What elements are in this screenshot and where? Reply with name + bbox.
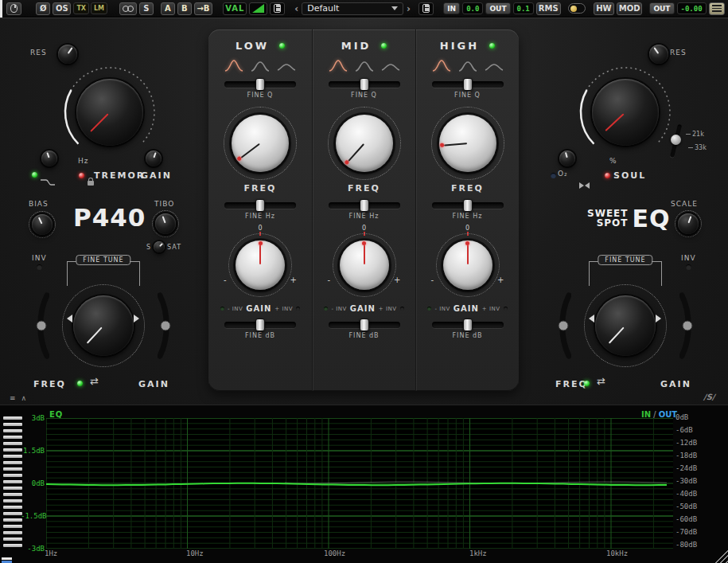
value-display-button[interactable]: VAL xyxy=(223,2,247,15)
resize-handle[interactable] xyxy=(712,547,728,563)
sat-switch[interactable] xyxy=(154,241,165,252)
input-gain-value[interactable]: 0.0 xyxy=(462,2,483,14)
band-label: LOW xyxy=(236,40,269,52)
meter-style-button[interactable] xyxy=(249,2,267,15)
bypass-knob-button[interactable] xyxy=(6,2,21,15)
bell-narrow-icon[interactable] xyxy=(329,59,348,72)
tx-lm-badges: TX LM xyxy=(73,2,107,14)
marker-left-icon xyxy=(67,315,72,323)
fine-tune-right-arc xyxy=(679,292,694,359)
solo-button[interactable]: S xyxy=(139,2,154,15)
res-right-knob[interactable] xyxy=(649,45,668,64)
val-label: VAL xyxy=(225,4,244,13)
fine-q-slider[interactable] xyxy=(224,81,296,88)
fine-db-slider[interactable] xyxy=(224,322,296,328)
swap-arrows-icon[interactable]: ⇄ xyxy=(90,375,99,387)
lm-badge[interactable]: LM xyxy=(91,2,107,14)
preset-prev-button[interactable]: ‹ xyxy=(294,3,299,14)
bias-knob[interactable] xyxy=(32,214,53,235)
fine-hz-slider[interactable] xyxy=(224,202,296,209)
slider-handle[interactable] xyxy=(463,78,473,91)
gain-knob[interactable] xyxy=(443,240,492,290)
tremor-gain-knob[interactable] xyxy=(146,151,162,166)
fine-db-slider[interactable] xyxy=(432,322,504,328)
stereo-link-button[interactable] xyxy=(119,2,137,15)
auto-out-value[interactable]: -0.00 xyxy=(677,2,707,14)
gain-knob[interactable] xyxy=(340,240,389,290)
tremor-mix-knob[interactable] xyxy=(41,151,57,166)
bell-wide-icon[interactable] xyxy=(277,59,296,72)
gain-minus-label: - xyxy=(224,276,227,284)
freq-knob-area xyxy=(222,105,298,182)
tremor-knob[interactable] xyxy=(76,79,143,146)
tremor-led xyxy=(32,172,37,178)
freq-knob[interactable] xyxy=(232,115,289,172)
bell-narrow-icon[interactable] xyxy=(432,59,451,72)
tx-badge[interactable]: TX xyxy=(73,2,89,14)
copy-to-b-button[interactable]: →B xyxy=(194,2,212,15)
res-left-knob[interactable] xyxy=(58,45,77,64)
slider-handle[interactable] xyxy=(463,199,473,212)
freq-gain-led xyxy=(584,381,590,386)
slider-handle[interactable] xyxy=(255,199,265,212)
swap-arrows-icon[interactable]: ⇄ xyxy=(597,375,605,387)
fine-db-slider[interactable] xyxy=(329,322,400,328)
bell-medium-icon[interactable] xyxy=(458,59,477,72)
slider-handle[interactable] xyxy=(360,319,369,331)
marker-right-icon xyxy=(656,315,661,323)
output-gain-value[interactable]: 0.1 xyxy=(513,2,534,14)
fine-hz-slider[interactable] xyxy=(329,202,400,209)
preset-selector[interactable]: Default xyxy=(302,2,403,15)
phase-button[interactable]: Ø xyxy=(36,2,50,15)
oversampling-button[interactable]: OS xyxy=(53,2,71,15)
floppy-icon xyxy=(422,4,430,13)
slider-handle[interactable] xyxy=(255,319,265,331)
save-preset-button[interactable] xyxy=(419,2,434,15)
slider-handle[interactable] xyxy=(463,319,473,331)
ab-a-button[interactable]: A xyxy=(161,2,175,15)
bell-medium-icon[interactable] xyxy=(355,59,374,72)
gain-label: GAIN xyxy=(246,304,271,313)
bell-medium-icon[interactable] xyxy=(251,59,270,72)
panel-collapse-icon[interactable]: ≡ ∧ xyxy=(10,394,28,402)
freq-knob[interactable] xyxy=(336,115,393,172)
o2-knob[interactable] xyxy=(559,151,575,166)
slider-handle[interactable] xyxy=(255,78,265,91)
freq-knob[interactable] xyxy=(439,115,496,172)
slider-handle[interactable] xyxy=(360,199,369,212)
slider-handle[interactable] xyxy=(360,78,369,91)
bell-narrow-icon[interactable] xyxy=(224,59,243,72)
hamburger-menu-button[interactable] xyxy=(709,2,725,15)
bell-wide-icon[interactable] xyxy=(381,59,400,72)
fine-tune-right-knob[interactable] xyxy=(595,295,656,356)
meter-mode-toggle[interactable] xyxy=(568,3,586,14)
gain-knob[interactable] xyxy=(236,240,285,290)
knob-pointer xyxy=(558,149,577,168)
auto-out-label: OUT xyxy=(649,2,674,14)
fine-hz-slider[interactable] xyxy=(432,202,504,209)
hi-limit-handle[interactable] xyxy=(671,135,681,145)
scale-knob[interactable] xyxy=(678,213,699,234)
tibo-knob[interactable] xyxy=(155,213,176,234)
freq-left-label: FREQ xyxy=(33,379,66,389)
bell-wide-icon[interactable] xyxy=(485,59,504,72)
bowtie-icon[interactable] xyxy=(579,182,590,189)
input-gain-label: IN xyxy=(443,2,460,14)
inv-left-led xyxy=(37,264,42,270)
ab-b-button[interactable]: B xyxy=(177,2,192,15)
res-left-label: RES xyxy=(30,49,47,57)
mod-button[interactable]: MOD xyxy=(617,2,642,15)
hardware-button[interactable]: HW xyxy=(594,2,614,15)
inv-left-label: INV xyxy=(32,254,47,262)
soul-knob[interactable] xyxy=(592,79,659,146)
lock-icon[interactable] xyxy=(88,181,94,186)
fine-q-slider[interactable] xyxy=(329,81,400,88)
gain-inv-row: - INV GAIN + INV xyxy=(324,304,403,313)
freq-knob-area xyxy=(430,105,506,182)
fine-tune-left-knob[interactable] xyxy=(73,295,134,356)
lowcut-slope-icon xyxy=(40,178,56,186)
save-button[interactable] xyxy=(270,2,285,15)
rms-button[interactable]: RMS xyxy=(536,2,561,15)
preset-next-button[interactable]: › xyxy=(406,3,411,14)
fine-q-slider[interactable] xyxy=(432,81,504,88)
